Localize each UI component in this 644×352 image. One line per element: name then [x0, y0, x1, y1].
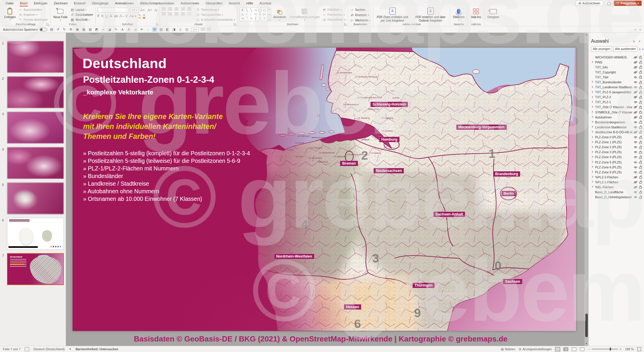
lock-icon[interactable] [639, 120, 642, 124]
visibility-eye-icon[interactable] [633, 65, 638, 69]
slide-title[interactable]: Deutschland [83, 55, 167, 71]
font-size-input[interactable]: 18▾ [130, 8, 139, 13]
layer-label[interactable]: PLZ-Zone 9 (PLZ5) [595, 170, 632, 174]
layer-row[interactable]: PLZ-Zone 1 (PLZ5) [591, 140, 642, 145]
shape-scribble[interactable]: ↝ [240, 16, 245, 20]
redo-icon[interactable]: ↻ [62, 27, 67, 31]
menu-einfuegen[interactable]: Einfügen [31, 0, 50, 6]
expand-chevron-icon[interactable] [591, 166, 593, 168]
menu-zeichnen[interactable]: Zeichnen [50, 0, 71, 6]
layer-label[interactable]: %BL-Flächen [595, 185, 632, 189]
layer-row[interactable]: TXT_Landkreise-Stadtkreise [591, 85, 642, 90]
textbox-icon[interactable]: ◧ [165, 27, 170, 31]
layer-label[interactable]: Basis_D_Hoheitsgewässer [595, 195, 632, 199]
slide-thumbnail[interactable]: 1 [7, 41, 64, 73]
expand-chevron-icon[interactable] [591, 161, 593, 163]
layer-row[interactable]: Landkreise-Stadtkreise [591, 125, 642, 130]
layer-label[interactable]: PLZ-Zone 6 (PLZ5) [595, 165, 632, 169]
grow-font-button[interactable]: A˄ [140, 8, 146, 12]
layer-label[interactable]: Basis_D_Landfläche [595, 190, 632, 194]
menu-entwurf[interactable]: Entwurf [71, 0, 89, 6]
expand-chevron-icon[interactable] [591, 156, 593, 158]
expand-chevron-icon[interactable] [591, 101, 593, 103]
font-name-input[interactable] [97, 8, 129, 13]
shape-arrow-right[interactable]: ⇨ [254, 12, 258, 16]
lock-icon[interactable] [639, 170, 642, 174]
expand-chevron-icon[interactable] [591, 116, 593, 118]
shape-arc[interactable]: ⌒ [245, 16, 249, 20]
shape-rounded-rectangle[interactable]: ▢ [262, 8, 267, 12]
font-color-icon[interactable]: A [120, 28, 125, 31]
fill-color-icon[interactable]: ◩ [94, 27, 99, 31]
qat-font-size-box[interactable]: 10▾ [191, 27, 199, 32]
shape-outline-button[interactable]: ▱Formkontur▾ [322, 13, 346, 17]
expand-chevron-icon[interactable] [591, 176, 593, 178]
layer-label[interactable]: PLZ-Zone 1 (PLZ5) [595, 140, 632, 144]
pen-icon[interactable]: ✎ [114, 27, 118, 31]
visibility-eye-icon[interactable] [633, 85, 638, 89]
columns-icon[interactable] [187, 13, 191, 16]
layer-label[interactable]: PLZ-Zone 5 (PLZ5) [595, 161, 632, 164]
strikethrough-button[interactable]: S [110, 14, 112, 18]
reading-view-icon[interactable] [572, 347, 576, 351]
layer-row[interactable]: Basis_D_Hoheitsgewässer [591, 195, 642, 200]
shape-rectangle[interactable]: ▭ [254, 8, 258, 12]
slide-thumbnail[interactable]: 4 [7, 147, 64, 179]
pattern-icon[interactable]: ▨ [159, 27, 163, 31]
slide-thumbnail[interactable]: 7 Deutschland [7, 253, 64, 285]
layer-row[interactable]: TXT_PLZ-1 [591, 100, 642, 105]
layout-button[interactable]: ▤Layout▾ [70, 8, 94, 12]
visibility-eye-icon[interactable] [633, 115, 638, 119]
menu-uebergaenge[interactable]: Übergänge [89, 0, 112, 6]
layer-row[interactable]: PLZ-Zone 3 (PLZ5) [591, 150, 642, 155]
shape-pentagon[interactable]: ▷ [262, 12, 267, 16]
visibility-eye-icon[interactable] [633, 111, 638, 114]
visibility-eye-icon[interactable] [633, 61, 638, 64]
lock-icon[interactable] [639, 140, 642, 144]
layer-row[interactable]: TXT_Copyright [591, 70, 642, 75]
visibility-eye-icon[interactable] [633, 165, 638, 169]
layer-label[interactable]: TXT_PLZ-2 [595, 95, 632, 99]
dialog-launcher-icon[interactable]: ↘ [234, 23, 237, 25]
shape-icon[interactable]: ⊿ [133, 27, 138, 31]
numbering-icon[interactable] [168, 8, 172, 11]
menu-acrobat[interactable]: Acrobat [256, 0, 275, 6]
shape-effects-button[interactable]: ◍Formeffekte▾ [322, 18, 346, 22]
shape-arrow-line[interactable]: ╲ [249, 8, 254, 12]
layer-label[interactable]: TXT_PLZ-5 (ausgewählte) [595, 90, 632, 94]
menu-ansicht[interactable]: Ansicht [226, 0, 243, 6]
ribbon-collapse-icon[interactable]: ∧ [634, 28, 636, 31]
slide-subtitle[interactable]: Postleitzahlen-Zonen 0-1-2-3-4 [83, 75, 214, 85]
smartart-button[interactable]: ◫In SmartArt konvertieren▾ [196, 18, 236, 22]
visibility-eye-icon[interactable] [633, 75, 638, 79]
lock-icon[interactable] [639, 135, 642, 139]
layer-row[interactable]: %PLZ-2-Flächen [591, 175, 642, 180]
shape-brace-right[interactable]: } [258, 16, 262, 20]
copy-icon[interactable]: ⧉ [68, 27, 73, 31]
bullets-icon[interactable] [162, 8, 166, 11]
decrease-indent-icon[interactable] [174, 8, 179, 11]
align-objects-icon[interactable]: ▯ [178, 27, 183, 31]
language-indicator[interactable]: Deutsch (Deutschland) [33, 347, 65, 351]
display-icon[interactable] [25, 347, 29, 351]
slide-thumbnail-image[interactable] [7, 41, 64, 73]
shape-elbow[interactable]: ⌐ [245, 12, 249, 16]
visibility-eye-icon[interactable] [633, 185, 638, 189]
layer-label[interactable]: Bundesländergrenzen [595, 120, 632, 124]
expand-chevron-icon[interactable] [591, 81, 593, 83]
visibility-eye-icon[interactable] [633, 161, 638, 164]
lock-icon[interactable] [639, 150, 642, 154]
show-all-button[interactable]: Alle anzeigen [591, 46, 612, 52]
save-icon[interactable]: ▤ [49, 27, 54, 31]
slide-thumbnail-image[interactable]: Deutschland [7, 253, 64, 285]
autosave-control[interactable]: Automatisches Speichern [3, 28, 47, 31]
layer-row[interactable]: TXT_Orte (7 Klassen - einzeln ein… [591, 105, 642, 110]
lock-icon[interactable] [639, 55, 642, 59]
paste-icon[interactable]: ▣ [75, 27, 80, 31]
layer-label[interactable]: %PLZ-1-Flächen [595, 180, 632, 184]
bullet-list[interactable]: » Postleitzahlen 5-stellig (komplett) fü… [83, 149, 250, 203]
layer-row[interactable]: PINS [591, 60, 642, 65]
lock-icon[interactable] [639, 60, 642, 64]
pane-chevron-icon[interactable]: ∨ [639, 28, 641, 31]
layer-row[interactable]: TXT_PLZ-2 [591, 95, 642, 100]
